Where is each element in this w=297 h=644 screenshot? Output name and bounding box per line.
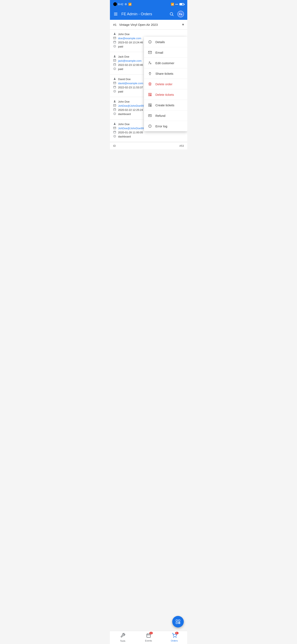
email-icon [113, 36, 117, 40]
status-bar-left: 9:42 ⚙ 📶 [113, 2, 132, 6]
svg-rect-43 [113, 131, 116, 133]
count-label: #53 [179, 144, 184, 148]
order-status: dashboard [118, 112, 131, 116]
order-status: paid [118, 45, 123, 48]
menu-item-email[interactable]: Email [144, 47, 187, 58]
error-log-icon [148, 124, 152, 128]
order-email: doe@example.com [118, 37, 141, 40]
svg-rect-16 [113, 64, 116, 66]
order-datetime: 2022-02-23 12:00:46 [118, 63, 143, 66]
order-name: Jack Doe [118, 55, 129, 58]
status-bar: 9:42 ⚙ 📶 📶 ▪▪▪ [110, 0, 187, 8]
order-name: John Doe [118, 32, 130, 36]
order-status: dashboard [118, 135, 131, 138]
calendar-icon [113, 86, 117, 89]
svg-rect-25 [113, 86, 116, 88]
order-email: jack@example.com [118, 59, 142, 62]
menu-label-details: Details [156, 40, 165, 44]
email-icon [113, 104, 117, 108]
calendar-icon [113, 63, 117, 67]
id-label: ID [113, 144, 116, 148]
email-icon [113, 82, 117, 85]
order-name: David Doe [118, 78, 131, 81]
sim-icon: 📶 [128, 3, 132, 6]
person-icon [113, 55, 117, 58]
calendar-icon [113, 131, 117, 134]
svg-point-41 [114, 123, 115, 124]
signal-icon: ▪▪▪ [175, 3, 178, 6]
order-datetime: 2022-02-23 11:53:37 [118, 86, 143, 89]
email-icon [113, 59, 117, 62]
menu-item-delete-order[interactable]: Delete order [144, 79, 187, 90]
person-icon [113, 78, 117, 81]
status-time: 9:42 [118, 3, 123, 6]
menu-label-create-tickets: Create tickets [156, 104, 175, 107]
order-name: John Doe [118, 122, 130, 126]
calendar-icon [113, 108, 117, 112]
menu-item-refund[interactable]: Refund [144, 110, 187, 121]
svg-rect-1 [114, 14, 117, 14]
share-tickets-icon [148, 71, 152, 76]
settings-icon: ⚙ [125, 3, 127, 6]
person-icon [113, 32, 117, 36]
menu-item-details[interactable]: Details [144, 37, 187, 47]
svg-rect-7 [113, 41, 116, 43]
svg-point-14 [114, 55, 115, 56]
svg-rect-55 [148, 93, 150, 94]
menu-item-delete-tickets[interactable]: Delete tickets [144, 90, 187, 100]
email-icon [113, 126, 117, 130]
info-icon [113, 90, 117, 93]
calendar-icon [113, 41, 117, 44]
app-bar-title: FE Admin - Orders [121, 12, 166, 16]
svg-rect-34 [113, 108, 116, 111]
refund-icon [148, 113, 152, 118]
info-icon [113, 135, 117, 138]
order-datetime: 2020-02-22 12:25:24 [118, 108, 143, 112]
create-tickets-icon [148, 103, 152, 107]
event-name: #1 Vintage Vinyl Open Air 2023 [113, 23, 158, 26]
person-icon [113, 122, 117, 126]
svg-point-23 [114, 78, 115, 79]
menu-label-email: Email [156, 51, 163, 54]
svg-line-4 [172, 15, 173, 16]
menu-item-edit-customer[interactable]: Edit customer [144, 58, 187, 68]
menu-label-share-tickets: Share tickets [156, 72, 173, 75]
info-icon [113, 45, 117, 48]
details-icon [148, 40, 152, 44]
info-icon [113, 112, 117, 116]
app-bar: FE Admin - Orders Fa [110, 8, 187, 20]
menu-label-error-log: Error log [156, 124, 167, 128]
svg-rect-2 [114, 15, 117, 16]
menu-item-error-log[interactable]: Error log [144, 121, 187, 131]
svg-point-5 [114, 33, 115, 34]
order-datetime: 2020-01-28 11:00:05 [118, 131, 143, 134]
menu-label-refund: Refund [156, 114, 165, 118]
status-bar-right: 📶 ▪▪▪ [171, 3, 184, 6]
avatar[interactable]: Fa [177, 11, 184, 17]
email-icon [148, 50, 152, 55]
menu-button[interactable] [113, 12, 118, 16]
order-status: paid [118, 90, 123, 93]
order-email: david@example.com [118, 82, 143, 85]
order-status: paid [118, 68, 123, 70]
delete-order-icon [148, 82, 152, 86]
table-footer: ID #53 [110, 142, 187, 150]
event-dropdown[interactable]: #1 Vintage Vinyl Open Air 2023 ▾ [110, 20, 187, 30]
svg-rect-62 [148, 106, 150, 106]
order-name: John Doe [118, 100, 130, 103]
svg-rect-61 [150, 104, 151, 105]
person-icon [113, 100, 117, 104]
dropdown-arrow-icon: ▾ [182, 22, 184, 27]
menu-item-share-tickets[interactable]: Share tickets [144, 68, 187, 79]
svg-point-69 [150, 127, 150, 127]
wifi-icon: 📶 [171, 3, 174, 6]
context-menu: Details Email Edit customer Share ticket… [144, 37, 187, 131]
svg-point-54 [149, 62, 150, 63]
search-button[interactable] [169, 12, 174, 16]
circle-icon [113, 2, 117, 6]
order-datetime: 2023-02-18 13:24:46 [118, 41, 143, 44]
menu-label-delete-order: Delete order [156, 82, 173, 86]
menu-item-create-tickets[interactable]: Create tickets [144, 100, 187, 110]
delete-tickets-icon [148, 92, 152, 97]
svg-point-32 [114, 100, 115, 101]
